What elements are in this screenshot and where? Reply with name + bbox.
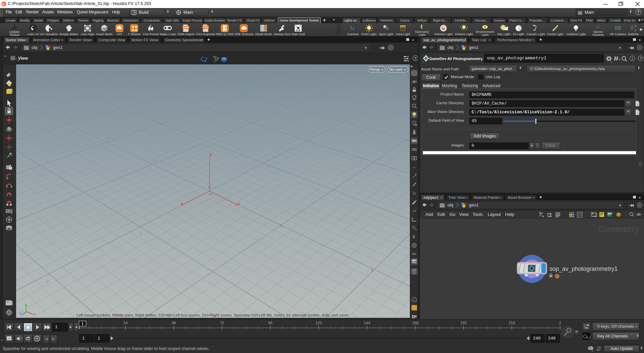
- svg-text:96: 96: [268, 321, 273, 325]
- svg-text:z: z: [19, 311, 21, 315]
- svg-text:x: x: [34, 312, 35, 316]
- svg-text:24: 24: [123, 321, 128, 325]
- svg-text:sop_av_photogrammetry1: sop_av_photogrammetry1: [549, 266, 618, 273]
- svg-text:CSV: CSV: [203, 26, 208, 29]
- svg-text:abc: abc: [412, 252, 417, 255]
- svg-text:2: 2: [45, 279, 50, 285]
- svg-text:48: 48: [172, 321, 176, 325]
- svg-text:y: y: [25, 303, 26, 306]
- svg-text:x: x: [238, 201, 240, 206]
- svg-text:y: y: [210, 152, 212, 157]
- svg-text:-4: -4: [36, 102, 40, 107]
- svg-text:-2: -2: [105, 136, 110, 141]
- svg-text:2: 2: [559, 321, 561, 325]
- svg-text:0: 0: [208, 191, 212, 197]
- svg-text:1: 1: [138, 231, 143, 236]
- svg-text:72: 72: [220, 321, 224, 325]
- svg-text:168: 168: [412, 321, 418, 325]
- svg-text:-1: -1: [264, 164, 270, 170]
- svg-text:-2: -2: [311, 141, 316, 146]
- svg-text:GoZ: GoZ: [296, 30, 300, 32]
- svg-text:12: 12: [413, 209, 416, 213]
- svg-text:OSM: OSM: [183, 26, 189, 29]
- svg-text:144: 144: [364, 321, 370, 325]
- svg-text:120: 120: [315, 321, 322, 325]
- svg-text:-3: -3: [68, 117, 72, 122]
- svg-text:216: 216: [508, 321, 515, 325]
- svg-text:z: z: [181, 201, 183, 206]
- svg-text:192: 192: [460, 321, 467, 325]
- svg-text:0: 0: [208, 185, 211, 190]
